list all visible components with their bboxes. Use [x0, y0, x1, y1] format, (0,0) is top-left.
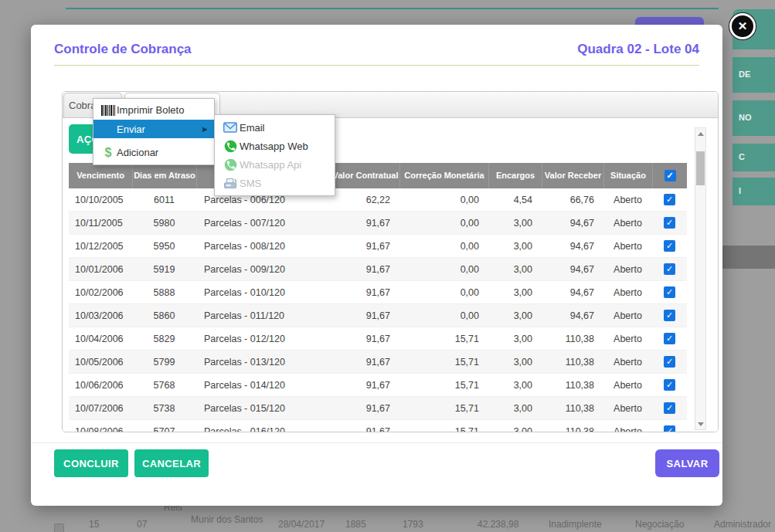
- table-row[interactable]: 10/04/20065829Parcelas - 012/12091,6715,…: [69, 327, 687, 351]
- row-checkbox[interactable]: ✓: [664, 333, 675, 344]
- barcode-icon: [100, 105, 117, 116]
- col-valor-contratual: Valor Contratual: [331, 163, 399, 188]
- whatsapp-icon: [221, 140, 240, 153]
- table-row[interactable]: 10/07/20065738Parcelas - 015/12091,6715,…: [69, 397, 687, 420]
- dollar-icon: $: [100, 146, 117, 160]
- menu-item-enviar[interactable]: Enviar ►: [93, 120, 214, 138]
- submenu-item-label: Whatsapp Api: [240, 159, 301, 171]
- concluir-button[interactable]: CONCLUIR: [54, 449, 128, 477]
- enviar-submenu: Email Whatsapp Web Whatsapp Api SMS: [214, 114, 335, 196]
- table-row[interactable]: 10/08/20065707Parcelas - 016/12091,6715,…: [69, 420, 687, 432]
- modal-title: Controle de Cobrança: [54, 42, 192, 57]
- submenu-item-label: Whatsapp Web: [240, 141, 308, 152]
- row-checkbox: [54, 524, 64, 532]
- col-correcao-monetaria: Correção Monetária: [399, 163, 488, 188]
- scroll-up-icon[interactable]: [695, 128, 705, 139]
- submenu-item-whatsapp-api: Whatsapp Api: [215, 155, 335, 174]
- menu-item-label: Enviar: [117, 124, 145, 135]
- select-all-checkbox[interactable]: ✓: [665, 170, 676, 181]
- table-row[interactable]: 10/06/20065768Parcelas - 014/12091,6715,…: [69, 374, 687, 397]
- email-icon: [221, 122, 240, 133]
- submenu-arrow-icon: ►: [201, 124, 209, 134]
- modal-subtitle: Quadra 02 - Lote 04: [577, 42, 699, 57]
- col-dias-atraso: Dias em Atraso: [132, 163, 196, 188]
- table-row[interactable]: 10/05/20065799Parcelas - 013/12091,6715,…: [69, 351, 687, 374]
- submenu-item-email[interactable]: Email: [215, 118, 335, 137]
- table-header: Vencimento Dias em Atraso Descrição Valo…: [69, 163, 687, 188]
- table-row[interactable]: 10/12/20055950Parcelas - 008/12091,670,0…: [69, 235, 687, 258]
- submenu-item-sms: SMS: [215, 174, 335, 192]
- menu-item-imprimir-boleto[interactable]: Imprimir Boleto: [93, 100, 214, 120]
- row-checkbox[interactable]: ✓: [664, 402, 675, 414]
- table-body: 10/10/20056011Parcelas - 006/12062,220,0…: [69, 188, 687, 432]
- tab-content: AÇÕES Vencimento Dias em Atraso Descriçã…: [63, 118, 718, 432]
- row-checkbox[interactable]: ✓: [664, 217, 675, 229]
- submenu-item-label: Email: [240, 122, 265, 134]
- row-checkbox[interactable]: ✓: [664, 286, 675, 298]
- menu-item-label: Imprimir Boleto: [117, 104, 184, 116]
- context-menu: Imprimir Boleto Enviar ► $ Adicionar: [93, 98, 215, 165]
- close-icon[interactable]: ✕: [729, 13, 756, 39]
- table-row[interactable]: 10/02/20065888Parcelas - 010/12091,670,0…: [69, 281, 687, 304]
- row-checkbox[interactable]: ✓: [664, 310, 675, 321]
- scrollbar-thumb[interactable]: [696, 151, 705, 185]
- row-checkbox[interactable]: ✓: [664, 194, 675, 205]
- table-row[interactable]: 10/01/20065919Parcelas - 009/12091,670,0…: [69, 258, 687, 281]
- row-checkbox[interactable]: ✓: [664, 379, 675, 391]
- col-encargos: Encargos: [488, 163, 542, 188]
- col-select-all: ✓: [652, 163, 687, 188]
- footer-divider: [31, 442, 722, 443]
- parcelas-table: Vencimento Dias em Atraso Descrição Valo…: [69, 163, 687, 432]
- table-row[interactable]: 10/03/20065860Parcelas - 011/12091,670,0…: [69, 304, 687, 327]
- whatsapp-icon: [221, 158, 240, 171]
- col-valor-receber: Valor Receber: [542, 163, 603, 188]
- table-row[interactable]: 10/10/20056011Parcelas - 006/12062,220,0…: [69, 188, 687, 212]
- menu-item-adicionar[interactable]: $ Adicionar: [93, 143, 214, 162]
- row-checkbox[interactable]: ✓: [664, 356, 675, 368]
- col-situacao: Situação: [603, 163, 652, 188]
- screen: S FI DE NO C I Reis 15 07 Munir dos Sant…: [0, 0, 775, 532]
- title-divider: [54, 65, 699, 66]
- col-vencimento: Vencimento: [69, 163, 132, 188]
- table-row[interactable]: 10/11/20055980Parcelas - 007/12091,670,0…: [69, 212, 687, 235]
- row-checkbox[interactable]: ✓: [664, 240, 675, 252]
- cancelar-button[interactable]: CANCELAR: [134, 449, 209, 477]
- row-checkbox[interactable]: ✓: [664, 263, 675, 275]
- submenu-item-label: SMS: [240, 178, 261, 189]
- sms-icon: [221, 178, 240, 189]
- submenu-item-whatsapp-web[interactable]: Whatsapp Web: [215, 137, 335, 155]
- vertical-scrollbar[interactable]: [695, 127, 706, 430]
- row-checkbox[interactable]: ✓: [664, 425, 675, 432]
- cobranca-modal: Controle de Cobrança Quadra 02 - Lote 04…: [31, 25, 722, 506]
- salvar-button[interactable]: SALVAR: [655, 449, 719, 477]
- menu-item-label: Adicionar: [117, 147, 158, 158]
- scroll-down-icon[interactable]: [695, 418, 705, 429]
